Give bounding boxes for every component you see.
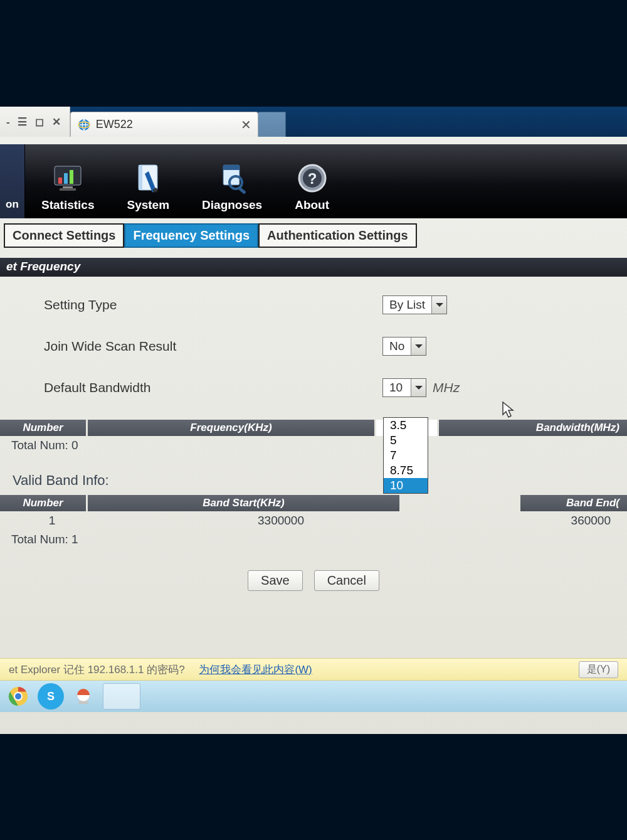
tab-authentication-settings[interactable]: Authentication Settings	[258, 223, 416, 248]
taskbar[interactable]: S	[0, 681, 627, 712]
new-tab-button[interactable]	[258, 112, 286, 137]
nav-item-label: Statistics	[41, 198, 94, 212]
nav-statistics[interactable]: Statistics	[25, 144, 110, 218]
chevron-down-icon	[431, 296, 446, 314]
cancel-button[interactable]: Cancel	[314, 570, 379, 591]
svg-rect-13	[238, 186, 246, 194]
chevron-down-icon	[411, 379, 426, 396]
button-bar: Save Cancel	[0, 549, 627, 597]
table-row: 1 3300000 360000	[0, 511, 627, 530]
browser-tab[interactable]: EW522 ✕	[70, 112, 258, 137]
nav-system[interactable]: System	[110, 144, 186, 218]
band-table-header: Number Band Start(KHz) Band End(	[0, 495, 627, 511]
cell-number: 1	[11, 514, 93, 528]
label-setting-type: Setting Type	[44, 297, 382, 312]
dropdown-option[interactable]: 8.75	[384, 463, 428, 478]
select-default-bandwidth[interactable]: 10	[382, 378, 426, 397]
svg-rect-6	[63, 186, 73, 188]
toolbar-glyphs: - ☰ ◻ ✕	[6, 115, 63, 129]
window-thumb[interactable]	[103, 683, 140, 710]
row-setting-type: Setting Type By List	[0, 284, 627, 326]
diagnoses-icon	[215, 162, 249, 194]
select-value: No	[383, 338, 411, 355]
sub-tabs: Connect Settings Frequency Settings Auth…	[0, 218, 627, 248]
col-number: Number	[0, 495, 88, 511]
ie-icon	[77, 118, 91, 132]
main-nav: on Statistics System Diagnoses	[0, 144, 627, 218]
select-value: By List	[383, 296, 431, 314]
col-number: Number	[0, 420, 88, 436]
infobar-text: et Explorer 记住 192.168.1.1 的密码?	[9, 664, 185, 676]
valid-band-heading: Valid Band Info:	[0, 455, 627, 495]
infobar-yes-button[interactable]: 是(Y)	[579, 661, 618, 678]
chrome-icon[interactable]	[5, 683, 31, 710]
tab-connect-settings[interactable]: Connect Settings	[4, 223, 124, 248]
svg-rect-3	[58, 178, 62, 184]
label-default-bandwidth: Default Bandwidth	[44, 380, 382, 395]
select-join-wide-scan[interactable]: No	[382, 337, 426, 356]
save-button[interactable]: Save	[248, 570, 303, 591]
dropdown-option[interactable]: 5	[384, 433, 428, 448]
svg-rect-7	[60, 188, 76, 191]
svg-point-19	[15, 693, 21, 699]
label-join-wide-scan: Join Wide Scan Result	[44, 339, 382, 354]
chevron-down-icon	[411, 338, 426, 355]
form-area: Setting Type By List Join Wide Scan Resu…	[0, 277, 627, 597]
row-default-bandwidth: Default Bandwidth 10 MHz	[0, 367, 627, 408]
nav-leading-fragment: on	[0, 144, 25, 218]
col-frequency: Frequency(KHz)	[88, 420, 376, 436]
cell-band-start: 3300000	[93, 514, 469, 528]
select-value: 10	[383, 379, 411, 396]
svg-text:?: ?	[307, 170, 317, 187]
tab-frequency-settings[interactable]: Frequency Settings	[124, 223, 258, 248]
band-total: Total Num: 1	[0, 530, 627, 549]
nav-about[interactable]: ? About	[278, 144, 345, 218]
cell-band-end: 360000	[469, 514, 616, 528]
freq-total: Total Num: 0	[0, 436, 627, 455]
svg-rect-22	[78, 701, 88, 704]
svg-rect-4	[64, 173, 68, 184]
nav-item-label: Diagnoses	[202, 198, 262, 212]
section-header: et Frequency	[0, 258, 627, 277]
col-band-end: Band End(	[520, 495, 627, 511]
bandwidth-dropdown[interactable]: 3.5 5 7 8.75 10	[383, 417, 428, 494]
infobar-link[interactable]: 为何我会看见此内容(W)	[199, 664, 312, 676]
system-icon	[131, 162, 165, 194]
tab-close-icon[interactable]: ✕	[241, 117, 251, 132]
cursor-icon	[502, 401, 515, 418]
dropdown-option[interactable]: 10	[384, 478, 428, 493]
svg-rect-5	[70, 170, 73, 184]
about-icon: ?	[295, 162, 329, 194]
nav-item-label: System	[127, 198, 169, 212]
browser-tabbar: - ☰ ◻ ✕ EW522 ✕	[0, 107, 627, 137]
col-band-start: Band Start(KHz)	[88, 495, 401, 511]
app-icon[interactable]	[70, 683, 97, 710]
select-setting-type[interactable]: By List	[382, 295, 447, 314]
browser-toolbar-icons[interactable]: - ☰ ◻ ✕	[0, 107, 70, 137]
svg-rect-11	[223, 165, 240, 170]
ie-infobar: et Explorer 记住 192.168.1.1 的密码? 为何我会看见此内…	[0, 658, 627, 681]
svg-text:S: S	[47, 690, 55, 703]
tab-title: EW522	[96, 118, 133, 131]
nav-item-label: About	[295, 198, 329, 212]
skype-icon[interactable]: S	[38, 683, 64, 710]
statistics-icon	[51, 162, 85, 194]
row-join-wide-scan: Join Wide Scan Result No	[0, 326, 627, 367]
freq-table-header: Number Frequency(KHz) Bandwidth(MHz)	[0, 420, 627, 436]
dropdown-option[interactable]: 3.5	[384, 418, 428, 433]
unit-mhz: MHz	[433, 380, 460, 395]
svg-rect-9	[139, 165, 142, 190]
dropdown-option[interactable]: 7	[384, 448, 428, 463]
col-bandwidth: Bandwidth(MHz)	[439, 420, 627, 436]
nav-diagnoses[interactable]: Diagnoses	[186, 144, 278, 218]
